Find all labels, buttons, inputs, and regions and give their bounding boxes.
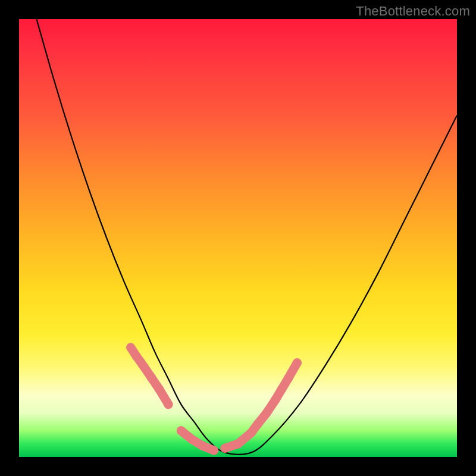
- curve-layer: [19, 19, 457, 457]
- chart-frame: TheBottleneck.com: [0, 0, 476, 476]
- watermark-text: TheBottleneck.com: [356, 4, 470, 19]
- bottleneck-curve: [36, 19, 457, 455]
- plot-area: [19, 19, 457, 457]
- pink-marker-layer: [126, 343, 302, 455]
- pink-marker-dot: [164, 400, 173, 409]
- pink-marker-dot: [209, 446, 218, 455]
- pink-marker-dot: [293, 358, 302, 367]
- main-curve: [36, 19, 457, 455]
